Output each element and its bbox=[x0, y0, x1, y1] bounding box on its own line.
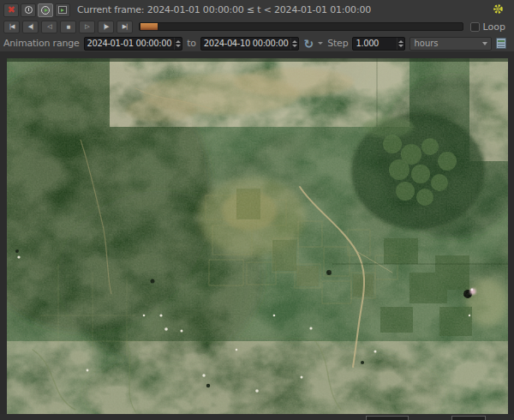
refresh-range-icon[interactable]: ↻ bbox=[303, 38, 314, 50]
loop-checkbox[interactable] bbox=[470, 22, 480, 32]
spinner-arrows-icon[interactable] bbox=[397, 38, 404, 50]
step-value-input[interactable]: 1.000 bbox=[352, 37, 405, 51]
playback-toolbar: |◀ ◀| ◁ ▮▮ ▷ |▶ ▶| Loop bbox=[0, 18, 514, 35]
export-play-icon bbox=[58, 6, 67, 14]
range-start-input[interactable]: 2024-01-01 00:00:00 bbox=[84, 37, 183, 51]
step-value: 1.000 bbox=[353, 39, 381, 48]
refresh-dropdown-caret-icon[interactable] bbox=[318, 42, 323, 45]
cutoff-widget bbox=[451, 416, 486, 420]
play-clock-icon bbox=[41, 6, 50, 15]
step-forward-button[interactable]: |▶ bbox=[98, 21, 114, 33]
step-unit-value: hours bbox=[414, 39, 438, 48]
satellite-imagery bbox=[7, 58, 508, 414]
current-frame-label: Current frame: 2024-01-01 00:00:00 ≤ t <… bbox=[77, 4, 371, 15]
animation-range-label: Animation range bbox=[3, 38, 80, 49]
fixed-range-navigation-button[interactable] bbox=[21, 3, 36, 17]
range-end-input[interactable]: 2024-04-10 00:00:00 bbox=[200, 37, 300, 51]
play-backward-button[interactable]: ◁ bbox=[41, 21, 57, 33]
spinner-arrows-icon[interactable] bbox=[290, 38, 298, 50]
spinner-arrows-icon[interactable] bbox=[174, 38, 182, 50]
temporal-controller-panel: ✖ Current frame: 2024-01-01 00:00:00 ≤ t… bbox=[0, 0, 514, 51]
mode-toolbar: ✖ Current frame: 2024-01-01 00:00:00 ≤ t… bbox=[0, 0, 514, 18]
animation-range-toolbar: Animation range 2024-01-01 00:00:00 to 2… bbox=[0, 35, 514, 51]
step-label: Step bbox=[327, 38, 348, 49]
cutoff-widget bbox=[366, 416, 409, 420]
settings-gear-icon[interactable] bbox=[493, 3, 504, 17]
red-x-icon: ✖ bbox=[7, 5, 15, 15]
calendar-icon[interactable] bbox=[496, 38, 506, 49]
range-start-value: 2024-01-01 00:00:00 bbox=[85, 39, 175, 48]
step-unit-select[interactable]: hours bbox=[409, 37, 492, 51]
range-end-value: 2024-04-10 00:00:00 bbox=[201, 39, 291, 48]
map-frame bbox=[0, 51, 514, 420]
temporal-slider[interactable] bbox=[139, 22, 463, 31]
bottom-panel-edge bbox=[0, 414, 514, 420]
jump-to-end-button[interactable]: ▶| bbox=[117, 21, 133, 33]
temporal-navigation-off-button[interactable]: ✖ bbox=[3, 3, 19, 17]
temporal-slider-handle[interactable] bbox=[140, 22, 158, 31]
play-forward-button[interactable]: ▷ bbox=[79, 21, 95, 33]
pause-button[interactable]: ▮▮ bbox=[60, 21, 76, 33]
step-back-button[interactable]: ◀| bbox=[22, 21, 39, 33]
export-animation-button[interactable] bbox=[55, 3, 70, 17]
animated-navigation-button[interactable] bbox=[38, 3, 53, 17]
to-label: to bbox=[187, 38, 196, 49]
clock-icon bbox=[25, 6, 33, 14]
chevron-down-icon bbox=[482, 42, 487, 45]
loop-label: Loop bbox=[483, 21, 505, 33]
map-canvas[interactable] bbox=[7, 58, 508, 414]
jump-to-start-button[interactable]: |◀ bbox=[3, 21, 20, 33]
